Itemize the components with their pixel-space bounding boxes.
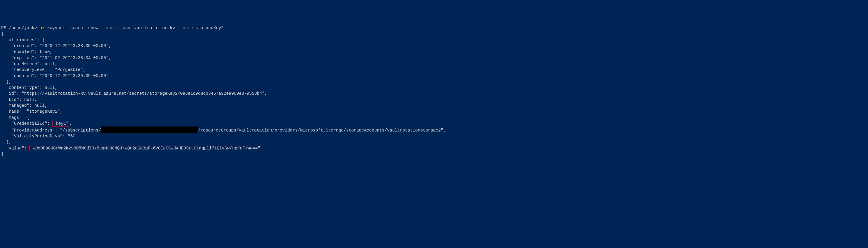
json-kid: "kid": null, xyxy=(1,98,37,102)
json-enabled: "enabled": true, xyxy=(1,49,52,54)
json-open-brace: { xyxy=(1,31,4,36)
terminal-output: PS /home/jack> az keyvault secret show -… xyxy=(1,26,446,157)
json-provider-pre: "ProviderAddress": "/subscriptions/ xyxy=(1,128,101,133)
flag-vault-name: --vault-name xyxy=(101,26,131,30)
json-contenttype: "contentType": null, xyxy=(1,85,57,90)
json-attributes-close: }, xyxy=(1,79,11,84)
json-created: "created": "2020-12-29T23:38:35+00:00", xyxy=(1,44,111,48)
json-tags-label: "tags": { xyxy=(1,115,29,120)
redacted-subscription xyxy=(101,127,198,132)
arg-name: storageKey2 xyxy=(193,26,224,30)
json-recoverylevel: "recoveryLevel": "Purgeable", xyxy=(1,67,86,72)
json-value-pre: "value": xyxy=(1,146,29,150)
json-validity: "ValidityPeriodDays": "60" xyxy=(1,134,78,139)
json-updated: "updated": "2020-12-29T23:39:09+00:00" xyxy=(1,74,108,78)
json-managed: "managed": null, xyxy=(1,103,47,108)
json-id: "id": "https://vaultrotation-kv.vault.az… xyxy=(1,91,267,96)
json-close-brace: } xyxy=(1,152,4,157)
prompt-prefix: PS /home/jack> xyxy=(1,26,40,30)
json-name: "name": "storageKey2", xyxy=(1,109,63,114)
flag-name: --name xyxy=(178,26,193,30)
arg-vault-name: vaultrotation-kv xyxy=(132,26,178,30)
json-credentialid-pre: "CredentialId": xyxy=(1,121,52,126)
json-attributes-label: "attributes": { xyxy=(1,38,45,43)
json-tags-close: }, xyxy=(1,140,11,144)
value-highlight: "wUcDFsGHGtWa2KzvND5MGdIJxBuqMt88MQJrwQn… xyxy=(29,146,261,151)
credentialid-highlight: "key1" xyxy=(52,121,69,127)
json-provider-post: /resourceGroups/vaultrotation/providers/… xyxy=(198,128,446,133)
json-notbefore: "notBefore": null, xyxy=(1,61,57,66)
json-credentialid-post: , xyxy=(69,121,72,126)
json-expires: "expires": "2021-02-26T23:38:34+00:00", xyxy=(1,56,111,60)
command-az: az xyxy=(40,26,45,30)
command-args: keyvault secret show xyxy=(45,26,101,30)
